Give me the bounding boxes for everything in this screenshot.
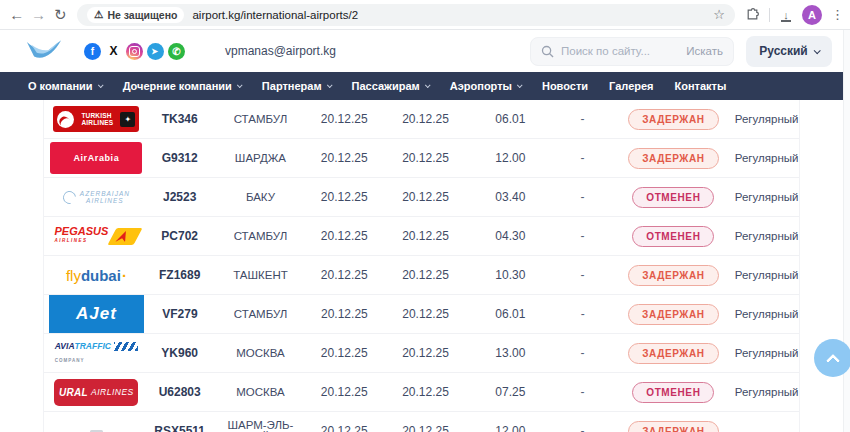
bookmark-star-icon[interactable]: ☆ [713,7,725,22]
facebook-icon[interactable]: f [84,43,101,60]
airline-logo-cell: AirArabia [49,142,144,174]
airline-logo: AirArabia [50,142,142,174]
airport-logo-icon[interactable] [26,39,62,63]
status-badge: ОТМЕНЕН [632,187,714,208]
date-actual: 20.12.25 [383,307,468,321]
time-planned: 07.25 [468,385,553,399]
table-row: AirArabiaG9312ШАРДЖА20.12.2520.12.2512.0… [44,139,799,178]
flight-number: TK346 [144,112,216,126]
flights-table-body: TURKISHAIRLINESTK346СТАМБУЛ20.12.2520.12… [44,100,799,432]
nav-item-новости[interactable]: Новости [542,80,588,92]
profile-avatar[interactable]: A [802,5,822,25]
time-actual: - [553,268,613,282]
nav-item-аэропорты[interactable]: Аэропорты [450,80,521,92]
turkish-airlines-bird-icon [57,111,74,128]
airline-logo-cell: AJet [49,295,144,333]
status-badge: ЗАДЕРЖАН [628,265,718,286]
flight-number: FZ1689 [144,268,216,282]
time-planned: 13.00 [468,346,553,360]
time-planned: 12.00 [468,151,553,165]
airline-logo-cell: flydubai [49,267,144,284]
flight-type [734,425,799,432]
nav-item-дочерние-компании[interactable]: Дочерние компании [123,80,241,92]
browser-menu-icon[interactable]: ⋮ [831,7,844,22]
nav-item-label: Аэропорты [450,80,512,92]
nav-item-о-компании[interactable]: О компании [28,80,102,92]
airline-logo-text: dubai [81,267,121,284]
nav-item-label: Партнерам [262,80,322,92]
nav-item-пассажирам[interactable]: Пассажирам [352,80,429,92]
whatsapp-icon[interactable]: ✆ [168,43,185,60]
time-actual: - [553,190,613,204]
airline-logo-cell: AVIATRAFFICCOMPANY [49,341,144,365]
time-planned: 06.01 [468,307,553,321]
airline-logo-cell: TURKISHAIRLINES [49,106,144,132]
flights-table: TURKISHAIRLINESTK346СТАМБУЛ20.12.2520.12… [43,100,800,432]
status-cell: ОТМЕНЕН [613,382,735,403]
azerbaijan-swirl-icon [60,188,78,206]
contact-email[interactable]: vpmanas@airport.kg [225,44,336,58]
pegasus-swoosh-icon [108,228,143,245]
url-bar[interactable]: ⚠ Не защищено airport.kg/international-a… [77,4,735,26]
table-row: TURKISHAIRLINESTK346СТАМБУЛ20.12.2520.12… [44,100,799,139]
time-planned: 04.30 [468,229,553,243]
airline-logo-text: TRAFFIC [75,341,111,351]
x-icon[interactable]: X [105,43,122,60]
destination: БАКУ [216,191,306,203]
reload-icon[interactable]: ↻ [49,3,71,27]
security-chip[interactable]: ⚠ Не защищено [87,7,184,23]
date-planned: 20.12.25 [305,385,383,399]
forward-icon[interactable]: → [28,3,50,27]
back-icon[interactable]: ← [6,3,28,27]
language-selector[interactable]: Русский [746,36,832,67]
flight-type: Регулярный [734,386,799,398]
nav-item-галерея[interactable]: Галерея [609,80,653,92]
search-icon [541,45,554,58]
extensions-icon[interactable] [745,7,760,22]
airline-logo-cell: URALAIRLINES [49,379,144,406]
airline-logo-text: TURKISHAIRLINES [81,112,113,127]
airline-logo-text: PEGASUSAIRLINES [54,226,108,246]
nav-item-label: Пассажирам [352,80,420,92]
telegram-icon[interactable]: ➤ [147,43,164,60]
airline-logo-text: URAL [59,387,88,398]
table-row: URALAIRLINESU62803МОСКВА20.12.2520.12.25… [44,373,799,412]
airline-logo-subtext: AIRLINES [54,236,108,246]
time-actual: - [553,385,613,399]
social-links: f X ➤ ✆ [84,43,185,60]
time-planned: 10.30 [468,268,553,282]
airline-logo-text: AVIATRAFFIC [55,341,138,351]
scroll-to-top-button[interactable] [814,339,850,377]
nav-item-партнерам[interactable]: Партнерам [262,80,331,92]
main-nav: О компанииДочерние компанииПартнерамПасс… [0,72,850,100]
destination: СТАМБУЛ [216,308,306,320]
security-label: Не защищено [107,9,177,21]
flight-type: Регулярный [734,308,799,320]
status-cell: ОТМЕНЕН [613,187,735,208]
table-row: PEGASUSAIRLINESPC702СТАМБУЛ20.12.2520.12… [44,217,799,256]
status-badge: ОТМЕНЕН [632,226,714,247]
status-cell: ЗАДЕРЖАН [613,265,735,286]
download-icon[interactable]: ↓ [779,8,793,22]
nav-item-label: Галерея [609,80,653,92]
date-actual: 20.12.25 [383,112,468,126]
search-input[interactable] [561,45,686,57]
status-cell: ЗАДЕРЖАН [613,109,735,130]
destination: СТАМБУЛ [216,230,306,242]
nav-item-контакты[interactable]: Контакты [675,80,727,92]
search-submit-button[interactable]: Искать [686,45,723,57]
airline-logo: PEGASUSAIRLINES [54,226,138,246]
status-cell: ЗАДЕРЖАН [613,148,735,169]
flight-type: Регулярный [734,152,799,164]
status-cell: ЗАДЕРЖАН [613,343,735,364]
site-header: f X ➤ ✆ vpmanas@airport.kg Искать Русски… [0,30,850,72]
airline-logo-text: AJet [76,304,117,324]
date-planned: 20.12.25 [305,190,383,204]
destination: МОСКВА [216,347,306,359]
nav-item-label: Контакты [675,80,727,92]
status-badge: ЗАДЕРЖАН [628,109,718,130]
chevron-up-icon [826,354,840,368]
chevron-down-icon [326,82,332,88]
time-actual: - [553,346,613,360]
instagram-icon[interactable] [126,43,143,60]
